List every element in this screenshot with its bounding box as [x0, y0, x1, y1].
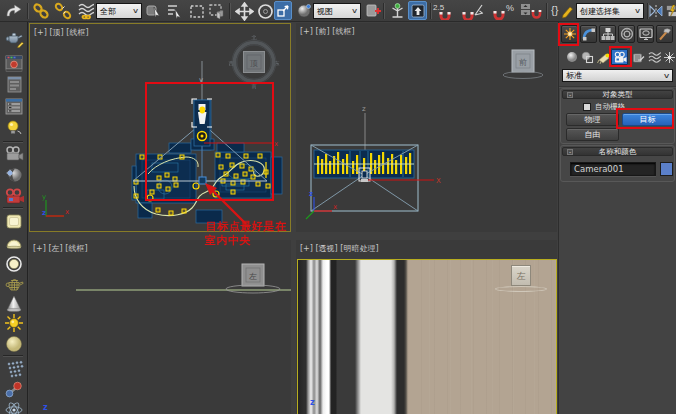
viewport-left-label[interactable]: [+] [左] [线框] — [33, 243, 88, 254]
tab-modify[interactable] — [580, 25, 597, 43]
physical-camera-button[interactable]: 物理 — [566, 113, 619, 126]
video-camera-red-icon[interactable] — [3, 186, 25, 206]
command-panel: 标准 ∨ - 对象类型 自动栅格 物理 目标 自由 - 名称和颜色 Camera… — [558, 22, 676, 414]
selection-filter-dropdown[interactable]: 全部 ∨ — [96, 3, 142, 19]
viewport-left[interactable]: [+] [左] [线框] 左 z — [29, 240, 291, 414]
tab-utilities[interactable] — [656, 25, 673, 43]
spinner-snap-icon[interactable] — [520, 1, 542, 21]
window-crossing-icon[interactable] — [207, 1, 227, 21]
tab-display[interactable] — [637, 25, 654, 43]
rectangular-selection-region-icon[interactable] — [187, 1, 207, 21]
area-light-icon[interactable] — [3, 211, 25, 231]
beige-wall — [408, 260, 556, 414]
svg-text:{}: {} — [551, 4, 559, 16]
particle-grid-icon[interactable] — [3, 359, 25, 379]
named-selection-set-dropdown[interactable]: 创建选择集 ∨ — [576, 3, 644, 19]
wire-teapot-icon[interactable] — [3, 274, 25, 294]
name-color-rollout: - 名称和颜色 Camera001 — [560, 145, 675, 182]
viewport-front[interactable]: [+] [前] [线框] 前 z — [296, 23, 557, 232]
dumbbell-icon[interactable] — [3, 380, 25, 400]
object-type-rollout-header[interactable]: - 对象类型 — [562, 90, 673, 99]
select-and-rotate-icon[interactable] — [255, 1, 275, 21]
object-color-swatch[interactable] — [660, 162, 673, 176]
object-name-field[interactable]: Camera001 — [570, 162, 656, 176]
angle-snap-icon[interactable] — [461, 1, 485, 21]
main-toolbar: 全部 ∨ 视图 ∨ — [0, 0, 676, 22]
axis-z-label: z — [310, 398, 315, 407]
svg-text:x: x — [65, 208, 69, 216]
edit-named-selection-sets-icon[interactable]: {} — [550, 1, 574, 21]
axis-z-label: z — [362, 105, 366, 113]
select-and-scale-icon[interactable] — [274, 1, 292, 20]
left-toolbar-separator — [3, 141, 23, 142]
light-bulb-icon[interactable] — [3, 118, 25, 138]
viewport-perspective-label[interactable]: [+] [透视] [明暗处理] — [300, 243, 379, 254]
select-and-move-icon[interactable] — [234, 1, 254, 21]
target-camera-button[interactable]: 目标 — [622, 113, 673, 126]
tab-hierarchy[interactable] — [599, 25, 616, 43]
free-camera-button[interactable]: 自由 — [566, 128, 619, 141]
toolbar-separator — [647, 3, 648, 19]
unlink-selection-icon[interactable] — [53, 1, 73, 21]
object-class-dropdown[interactable]: 标准 ∨ — [562, 69, 673, 82]
toolbar-separator — [430, 3, 431, 19]
select-and-manipulate-icon[interactable] — [387, 1, 407, 21]
left-toolbar — [0, 22, 28, 414]
category-lights-icon[interactable] — [596, 49, 611, 65]
environment-sphere-icon[interactable] — [3, 165, 25, 185]
sun-light-icon[interactable] — [3, 313, 25, 333]
collapse-icon[interactable]: - — [567, 149, 573, 155]
viewport-front-label[interactable]: [+] [前] [线框] — [300, 26, 355, 37]
autogrid-row: 自动栅格 — [583, 102, 625, 112]
viewport-perspective[interactable]: [+] [透视] [明暗处理] 左 z — [296, 240, 557, 414]
collapse-icon[interactable]: - — [567, 92, 573, 98]
autogrid-checkbox[interactable] — [583, 103, 591, 111]
disc-light-icon[interactable] — [3, 254, 25, 274]
cone-light-icon[interactable] — [3, 294, 25, 314]
viewcube-ring — [495, 286, 547, 292]
3dsmax-application-window: 全部 ∨ 视图 ∨ — [0, 0, 676, 414]
category-shapes-icon[interactable] — [580, 49, 595, 65]
viewcube[interactable]: 左 — [511, 265, 531, 286]
svg-text:2.5: 2.5 — [433, 3, 445, 12]
align-icon[interactable] — [666, 1, 676, 21]
svg-text:x: x — [333, 203, 337, 211]
svg-text:z: z — [42, 209, 46, 217]
category-geometry-icon[interactable] — [564, 49, 579, 65]
snap-toggle-25-icon[interactable]: 2.5 — [433, 1, 457, 21]
tab-create[interactable] — [561, 25, 578, 43]
chevron-down-icon: ∨ — [634, 7, 641, 15]
render-dialog-large-icon[interactable] — [3, 96, 25, 116]
category-cameras-icon[interactable] — [611, 49, 628, 65]
viewport-top-label[interactable]: [+] [顶] [线框] — [34, 27, 89, 38]
render-dialog-small-icon[interactable] — [3, 74, 25, 94]
use-pivot-point-center-icon[interactable] — [363, 1, 383, 21]
category-space-warps-icon[interactable] — [647, 49, 662, 65]
dome-light-icon[interactable] — [3, 233, 25, 253]
name-color-rollout-header[interactable]: - 名称和颜色 — [562, 147, 673, 156]
atom-icon[interactable] — [3, 401, 25, 414]
reference-coordinate-dropdown[interactable]: 视图 ∨ — [313, 3, 361, 19]
reference-coordinate-icon[interactable] — [295, 1, 315, 21]
left-toolbar-separator — [3, 355, 23, 356]
mirror-icon[interactable] — [649, 1, 665, 21]
bind-to-space-warp-icon[interactable] — [76, 1, 96, 21]
keyboard-shortcut-override-icon[interactable] — [408, 1, 427, 20]
sphere-light-icon[interactable] — [3, 334, 25, 354]
render-setup-teapot-icon[interactable] — [3, 28, 25, 48]
select-by-name-icon[interactable] — [165, 1, 185, 21]
redo-icon[interactable] — [4, 1, 24, 21]
svg-text:东: 东 — [275, 60, 280, 66]
perspective-shaded-view[interactable]: 左 z — [297, 259, 557, 414]
tab-motion[interactable] — [618, 25, 635, 43]
select-and-link-icon[interactable] — [31, 1, 51, 21]
category-helpers-icon[interactable] — [631, 49, 646, 65]
object-type-rollout: - 对象类型 自动栅格 物理 目标 自由 — [560, 88, 675, 144]
percent-snap-icon[interactable]: % — [492, 1, 516, 21]
select-object-icon[interactable] — [144, 1, 164, 21]
rendered-frame-window-icon[interactable] — [3, 53, 25, 73]
toolbar-separator — [383, 3, 384, 19]
viewport-top[interactable]: [+] [顶] [线框] z x y — [29, 23, 291, 232]
category-systems-icon[interactable] — [662, 49, 676, 65]
film-camera-icon[interactable] — [3, 144, 25, 164]
